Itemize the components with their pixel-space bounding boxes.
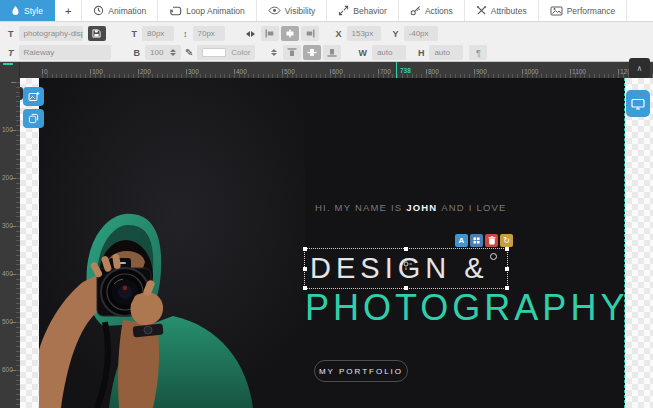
- toolbar-row-1: T photography-disp T 80px ↕ 70px: [0, 24, 653, 43]
- ruler-label: 300: [2, 222, 13, 229]
- ruler-label: 500: [284, 68, 295, 75]
- slide-edge-right: [624, 78, 625, 408]
- align-bottom-icon: [327, 48, 337, 57]
- tab-style[interactable]: Style: [0, 0, 55, 21]
- w-label: W: [358, 48, 367, 58]
- color-picker[interactable]: Color: [197, 45, 255, 60]
- edit-text-label: A: [459, 236, 465, 245]
- delete-element-button[interactable]: [485, 234, 498, 247]
- ruler-label: 900: [476, 68, 487, 75]
- ruler-label: 300: [188, 68, 199, 75]
- ruler-corner: [0, 62, 20, 78]
- selection-handle[interactable]: [404, 247, 408, 251]
- behavior-icon: [338, 5, 349, 16]
- toolbar-row-2: T Raleway B 100 ✎ Color: [0, 43, 653, 62]
- align-top-icon: [287, 48, 297, 57]
- font-size-input[interactable]: 80px: [142, 26, 174, 41]
- align-middle-button[interactable]: [303, 45, 321, 60]
- w-value: auto: [377, 48, 393, 57]
- align-left-button[interactable]: [261, 26, 279, 41]
- ruler-label: 0: [44, 68, 48, 75]
- color-swatch[interactable]: [202, 48, 226, 57]
- ruler-label: 500: [2, 318, 13, 325]
- align-center-icon: [285, 29, 295, 38]
- tab-performance[interactable]: Performance: [539, 0, 628, 21]
- x-label: X: [336, 29, 342, 39]
- collapse-toolbar-button[interactable]: ∧: [629, 58, 650, 78]
- intro-text[interactable]: HI. MY NAME IS JOHN AND I LOVE: [315, 202, 507, 213]
- eye-icon: [268, 6, 281, 15]
- font-style-select[interactable]: photography-disp: [19, 26, 83, 41]
- ruler-label: 100: [92, 68, 103, 75]
- tab-actions[interactable]: Actions: [399, 0, 465, 21]
- tab-label: Style: [24, 6, 43, 16]
- align-middle-icon: [307, 48, 317, 57]
- align-right-button[interactable]: [301, 26, 319, 41]
- ruler-label: 400: [236, 68, 247, 75]
- tab-label: Behavior: [353, 6, 387, 16]
- floppy-icon: [92, 29, 101, 38]
- tab-label: Actions: [425, 6, 453, 16]
- align-center-button[interactable]: [281, 26, 299, 41]
- ruler-label: 700: [380, 68, 391, 75]
- tab-attributes[interactable]: Attributes: [465, 0, 539, 21]
- y-label: Y: [393, 29, 399, 39]
- tools-icon: [476, 5, 487, 16]
- tab-label: Animation: [108, 6, 146, 16]
- selection-handle[interactable]: [505, 247, 509, 251]
- grid-settings-button[interactable]: [470, 234, 483, 247]
- nudge-horizontal-icon[interactable]: [246, 31, 255, 37]
- tab-visibility[interactable]: Visibility: [257, 0, 328, 21]
- tab-label: Performance: [567, 6, 616, 16]
- font-weight-label: B: [134, 48, 141, 58]
- duplicate-button[interactable]: [23, 109, 44, 128]
- tab-loop-animation[interactable]: Loop Animation: [158, 0, 257, 21]
- font-family-input[interactable]: Raleway: [19, 45, 111, 60]
- ruler-label: 200: [2, 174, 13, 181]
- tab-label: Visibility: [285, 6, 316, 16]
- tab-behavior[interactable]: Behavior: [327, 0, 399, 21]
- rotation-handle[interactable]: [490, 253, 497, 260]
- ruler-label: 1000: [524, 68, 538, 75]
- hero-photo[interactable]: [39, 78, 305, 408]
- align-bottom-button[interactable]: [323, 45, 341, 60]
- vertical-ruler[interactable]: 100 200 300 400 500 600: [0, 78, 20, 408]
- tab-animation[interactable]: Animation: [82, 0, 158, 21]
- x-input[interactable]: 153px: [347, 26, 381, 41]
- ruler-label: 100: [2, 126, 13, 133]
- horizontal-ruler[interactable]: 0 100 200 300 400 500 600 700 800 900 10…: [20, 62, 653, 78]
- tab-add[interactable]: +: [55, 0, 82, 21]
- align-right-icon: [305, 29, 315, 38]
- heading-photography[interactable]: PHOTOGRAPHY: [305, 287, 628, 329]
- ruler-label: 200: [140, 68, 151, 75]
- font-weight-input[interactable]: 100: [145, 45, 181, 60]
- stepper-icon[interactable]: [170, 49, 176, 56]
- element-mini-toolbar: A ↻: [455, 234, 513, 247]
- selection-handle[interactable]: [505, 267, 509, 271]
- line-height-input[interactable]: 70px: [193, 26, 225, 41]
- rotate-element-button[interactable]: ↻: [500, 234, 513, 247]
- w-input[interactable]: auto: [372, 45, 406, 60]
- save-style-button[interactable]: [88, 26, 106, 41]
- add-image-button[interactable]: [23, 87, 44, 106]
- nudge-vertical-icon[interactable]: [271, 49, 277, 56]
- ruler-label: 600: [332, 68, 343, 75]
- paragraph-button[interactable]: ¶: [469, 45, 487, 60]
- desktop-preview-button[interactable]: [626, 90, 650, 117]
- y-input[interactable]: -40px: [404, 26, 438, 41]
- image-icon: [550, 6, 563, 16]
- vertical-align-group: [283, 45, 343, 60]
- pen-icon[interactable]: ✎: [185, 47, 193, 58]
- align-top-button[interactable]: [283, 45, 301, 60]
- monitor-icon: [631, 98, 645, 110]
- h-input[interactable]: auto: [429, 45, 463, 60]
- rotate-icon: ↻: [503, 236, 510, 245]
- pilcrow-icon: ¶: [476, 48, 481, 58]
- edit-text-button[interactable]: A: [455, 234, 468, 247]
- font-size-value: 80px: [147, 29, 164, 38]
- selection-handle[interactable]: [303, 267, 307, 271]
- font-style-icon: T: [8, 29, 14, 39]
- selected-text-element[interactable]: DESIGN &: [304, 248, 508, 289]
- selection-handle[interactable]: [303, 247, 307, 251]
- portfolio-button[interactable]: MY PORTFOLIO: [314, 360, 408, 382]
